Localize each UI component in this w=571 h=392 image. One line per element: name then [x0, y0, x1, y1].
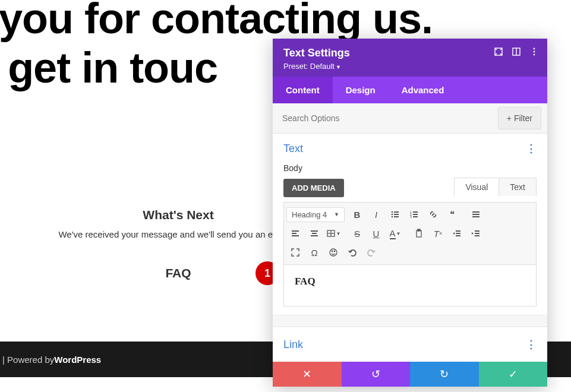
svg-point-8	[392, 214, 393, 216]
title-line-1: k you for contacting us.	[0, 0, 433, 42]
cancel-button[interactable]: ✕	[273, 362, 342, 387]
editor-toolbar: Heading 4 ▼ B I 123 ❝ ▼	[283, 202, 537, 265]
quote-button[interactable]: ❝	[443, 206, 461, 223]
svg-text:3: 3	[410, 215, 412, 219]
underline-button[interactable]: U	[367, 225, 385, 242]
text-section-head: Text ⋮	[283, 142, 537, 155]
bullet-list-button[interactable]	[386, 206, 404, 223]
svg-rect-34	[456, 235, 460, 236]
heading-select-label: Heading 4	[292, 210, 327, 219]
svg-point-5	[534, 54, 535, 56]
strikethrough-button[interactable]: S	[348, 225, 366, 242]
svg-rect-11	[394, 216, 399, 217]
align-center-button[interactable]	[305, 225, 323, 242]
italic-button[interactable]: I	[367, 206, 385, 223]
close-icon: ✕	[302, 368, 311, 381]
svg-rect-26	[311, 235, 318, 236]
svg-point-4	[534, 51, 535, 53]
svg-rect-24	[311, 230, 318, 232]
undo-button[interactable]	[343, 244, 361, 261]
svg-rect-15	[413, 214, 418, 215]
numbered-list-button[interactable]: 123	[405, 206, 423, 223]
add-media-row: ADD MEDIA Visual Text	[283, 179, 537, 197]
snap-icon[interactable]	[512, 47, 521, 56]
svg-rect-32	[456, 230, 460, 232]
align-justify-button[interactable]	[467, 206, 485, 223]
paste-button[interactable]	[410, 225, 428, 242]
svg-rect-31	[418, 229, 420, 231]
panel-tabs: Content Design Advanced	[273, 77, 547, 103]
redo-button[interactable]	[362, 244, 380, 261]
filter-button[interactable]: + Filter	[498, 107, 541, 129]
heading-select[interactable]: Heading 4 ▼	[286, 207, 345, 222]
align-left-button[interactable]	[286, 225, 304, 242]
footer-prefix: | Powered by	[2, 355, 54, 365]
svg-rect-22	[292, 233, 296, 234]
toolbar-row-2: ▼ S U A▼ T×	[286, 224, 534, 243]
svg-rect-7	[394, 211, 399, 213]
redo-changes-button[interactable]: ↻	[410, 362, 479, 387]
link-button[interactable]	[424, 206, 442, 223]
body-label: Body	[283, 163, 537, 173]
footer-brand: WordPress	[54, 355, 101, 365]
text-settings-panel: Text Settings Preset: Default▼ Content D…	[273, 39, 547, 387]
save-button[interactable]: ✓	[479, 362, 548, 387]
undo-icon: ↺	[371, 368, 380, 381]
panel-header: Text Settings Preset: Default▼	[273, 39, 547, 77]
panel-footer: ✕ ↺ ↻ ✓	[273, 362, 547, 387]
preset-label: Preset: Default	[283, 62, 335, 71]
add-media-button[interactable]: ADD MEDIA	[283, 179, 344, 197]
svg-rect-36	[475, 233, 479, 234]
bold-button[interactable]: B	[348, 206, 366, 223]
tab-design[interactable]: Design	[333, 77, 389, 103]
svg-point-3	[534, 48, 535, 50]
svg-rect-21	[292, 230, 299, 232]
marker-number: 1	[264, 267, 270, 280]
svg-rect-9	[394, 214, 399, 215]
preset-selector[interactable]: Preset: Default▼	[283, 62, 537, 71]
fullscreen-button[interactable]	[286, 244, 304, 261]
svg-rect-35	[475, 230, 479, 232]
tab-advanced[interactable]: Advanced	[389, 77, 458, 103]
text-color-button[interactable]: A▼	[386, 225, 404, 242]
editor-content[interactable]: FAQ	[283, 265, 537, 306]
editor-tab-visual[interactable]: Visual	[455, 178, 499, 196]
svg-point-39	[332, 251, 333, 252]
svg-rect-18	[472, 211, 479, 213]
svg-rect-13	[413, 211, 418, 213]
redo-icon: ↻	[440, 368, 449, 381]
chevron-down-icon: ▼	[334, 211, 339, 217]
more-icon[interactable]	[529, 47, 539, 56]
indent-button[interactable]	[467, 225, 485, 242]
svg-rect-19	[472, 214, 479, 215]
text-section-title[interactable]: Text	[283, 143, 303, 155]
svg-rect-25	[312, 233, 317, 234]
svg-point-6	[392, 211, 393, 213]
caret-down-icon: ▼	[336, 64, 341, 70]
clear-formatting-button[interactable]: T×	[429, 225, 447, 242]
toolbar-row-3: Ω	[286, 243, 534, 262]
link-section-title[interactable]: Link	[283, 339, 303, 351]
table-button[interactable]: ▼	[324, 225, 342, 242]
undo-changes-button[interactable]: ↺	[342, 362, 411, 387]
link-section-menu-icon[interactable]: ⋮	[526, 338, 537, 351]
svg-point-38	[330, 249, 337, 256]
svg-rect-23	[292, 235, 299, 236]
filter-label: Filter	[514, 113, 532, 123]
plus-icon: +	[507, 113, 512, 123]
editor-tab-text[interactable]: Text	[499, 178, 536, 196]
tab-content[interactable]: Content	[273, 77, 333, 103]
search-input[interactable]	[273, 106, 498, 130]
expand-icon[interactable]	[494, 47, 503, 56]
special-char-button[interactable]: Ω	[305, 244, 323, 261]
svg-rect-17	[413, 216, 418, 217]
section-gap	[273, 315, 547, 327]
svg-rect-20	[472, 216, 479, 217]
panel-header-actions	[494, 47, 539, 56]
outdent-button[interactable]	[448, 225, 466, 242]
text-section: Text ⋮ Body ADD MEDIA Visual Text Headin…	[273, 134, 547, 315]
link-section: Link ⋮	[273, 327, 547, 362]
emoji-button[interactable]	[324, 244, 342, 261]
editor-mode-tabs: Visual Text	[454, 178, 537, 196]
text-section-menu-icon[interactable]: ⋮	[526, 142, 537, 155]
